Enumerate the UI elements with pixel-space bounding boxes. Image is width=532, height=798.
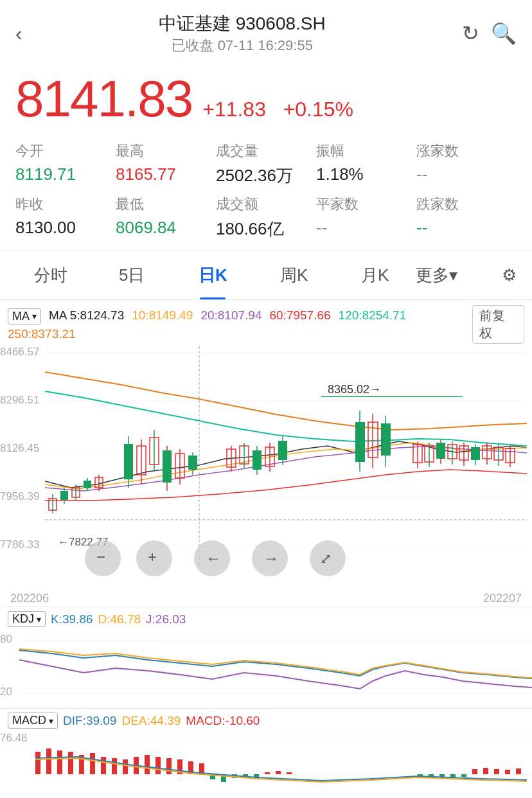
- svg-rect-82: [0, 631, 532, 708]
- svg-rect-103: [155, 757, 161, 774]
- header: ‹ 中证基建 930608.SH 已收盘 07-11 16:29:55 ↻ 🔍: [0, 0, 532, 62]
- macd-chart: 76.48 28.46: [0, 732, 532, 798]
- date-right: 202207: [483, 592, 522, 605]
- svg-rect-102: [145, 755, 150, 774]
- tab-more[interactable]: 更多▾: [416, 251, 497, 299]
- tab-yuek[interactable]: 月K: [335, 251, 416, 299]
- kdj-section: KDJ ▾ K:39.86 D:46.78 J:26.03 80 20: [0, 607, 532, 708]
- svg-rect-59: [436, 443, 445, 459]
- stat-zuigao: 最高 8165.77: [116, 141, 216, 187]
- svg-rect-99: [112, 758, 117, 774]
- tab-fenshi[interactable]: 分时: [10, 251, 91, 299]
- date-left: 202206: [10, 592, 49, 605]
- svg-rect-92: [35, 752, 40, 774]
- svg-rect-49: [355, 422, 365, 462]
- header-center: 中证基建 930608.SH 已收盘 07-11 16:29:55: [159, 12, 326, 55]
- stats-grid: 今开 8119.71 最高 8165.77 成交量 2502.36万 振幅 1.…: [0, 131, 532, 251]
- macd-badge[interactable]: MACD ▾: [8, 713, 58, 729]
- stat-jinkkai: 今开 8119.71: [15, 141, 116, 187]
- svg-text:8126.45: 8126.45: [0, 442, 39, 454]
- tab-zhouk[interactable]: 周K: [254, 251, 335, 299]
- stat-pingjashu: 平家数 --: [316, 195, 416, 240]
- svg-rect-114: [276, 771, 281, 774]
- macd-dea-value: DEA:44.39: [121, 714, 181, 728]
- svg-rect-97: [90, 753, 95, 774]
- stat-zhangjashu: 涨家数 --: [416, 141, 517, 187]
- svg-rect-19: [60, 491, 68, 500]
- svg-rect-43: [253, 450, 262, 470]
- stat-chengjiaoe: 成交额 180.66亿: [216, 195, 316, 240]
- kdj-header: KDJ ▾ K:39.86 D:46.78 J:26.03: [0, 607, 532, 631]
- kdj-k-value: K:39.86: [51, 612, 93, 626]
- chart-dates: 202206 202207: [0, 590, 532, 607]
- ma5: MA 5:8124.73: [49, 308, 124, 324]
- svg-rect-47: [278, 441, 287, 460]
- stat-chengjiaoliang: 成交量 2502.36万: [216, 141, 316, 187]
- kdj-j-value: J:26.03: [146, 612, 186, 626]
- fuquan-button[interactable]: 前复权: [472, 305, 524, 344]
- svg-text:20: 20: [0, 686, 12, 698]
- svg-text:−: −: [96, 548, 105, 565]
- ma120: 120:8254.71: [339, 308, 407, 324]
- svg-rect-113: [265, 772, 270, 774]
- stat-zuoshou: 昨收 8130.00: [15, 195, 116, 240]
- svg-rect-27: [124, 444, 133, 479]
- svg-text:8296.51: 8296.51: [0, 394, 39, 406]
- kdj-d-value: D:46.78: [98, 612, 141, 626]
- svg-text:→: →: [263, 549, 279, 567]
- svg-rect-23: [84, 481, 91, 488]
- svg-rect-53: [381, 423, 391, 456]
- svg-rect-98: [101, 757, 106, 774]
- ma-values: MA ▾ MA 5:8124.73 10:8149.49 20:8107.94 …: [8, 308, 472, 341]
- svg-rect-122: [483, 768, 488, 774]
- svg-rect-115: [287, 772, 292, 774]
- search-button[interactable]: 🔍: [491, 21, 517, 46]
- settings-button[interactable]: ⚙: [497, 259, 522, 292]
- stat-diejiashu: 跌家数 --: [416, 195, 517, 240]
- svg-text:+: +: [148, 548, 157, 565]
- svg-text:⤢: ⤢: [320, 551, 332, 567]
- tab-rik[interactable]: 日K: [172, 251, 253, 299]
- svg-rect-33: [163, 450, 172, 483]
- svg-rect-124: [505, 770, 510, 774]
- svg-text:8365.02→: 8365.02→: [328, 383, 381, 396]
- ma60: 60:7957.66: [269, 308, 330, 324]
- stat-zhenfu: 振幅 1.18%: [316, 141, 416, 187]
- svg-rect-94: [57, 750, 62, 774]
- back-button[interactable]: ‹: [15, 22, 22, 46]
- svg-text:←: ←: [206, 549, 221, 567]
- ma10: 10:8149.49: [132, 308, 193, 324]
- svg-rect-65: [471, 447, 480, 460]
- svg-text:7956.39: 7956.39: [0, 490, 39, 502]
- svg-rect-37: [188, 456, 197, 470]
- price-change: +11.83 +0.15%: [202, 98, 353, 121]
- ma20: 20:8107.94: [200, 308, 262, 324]
- macd-section: MACD ▾ DIF:39.09 DEA:44.39 MACD:-10.60 7…: [0, 708, 532, 798]
- svg-text:7786.33: 7786.33: [0, 538, 39, 551]
- ma-badge[interactable]: MA ▾: [8, 308, 41, 324]
- svg-rect-93: [46, 749, 51, 774]
- refresh-button[interactable]: ↻: [462, 21, 479, 46]
- kdj-chart: 80 20: [0, 631, 532, 708]
- svg-rect-123: [494, 769, 499, 774]
- stock-title: 中证基建 930608.SH: [159, 12, 326, 36]
- macd-header: MACD ▾ DIF:39.09 DEA:44.39 MACD:-10.60: [0, 709, 532, 732]
- price-value: 8141.83: [15, 69, 192, 129]
- candlestick-chart: 8466.57 8296.51 8126.45 7956.39 7786.33 …: [0, 346, 532, 590]
- svg-rect-121: [472, 769, 477, 774]
- svg-rect-125: [516, 768, 521, 774]
- tab-5ri[interactable]: 5日: [91, 251, 172, 299]
- svg-text:76.48: 76.48: [0, 732, 28, 744]
- macd-value: MACD:-10.60: [186, 714, 260, 728]
- svg-text:80: 80: [0, 633, 12, 645]
- main-chart-container: MA ▾ MA 5:8124.73 10:8149.49 20:8107.94 …: [0, 300, 532, 607]
- svg-rect-120: [461, 774, 466, 777]
- svg-rect-104: [166, 758, 172, 774]
- svg-rect-95: [68, 752, 73, 774]
- stat-zuidi: 最低 8069.84: [116, 195, 216, 240]
- svg-text:8466.57: 8466.57: [0, 346, 39, 358]
- chart-tabs: 分时 5日 日K 周K 月K 更多▾ ⚙: [0, 251, 532, 300]
- ma-header: MA ▾ MA 5:8124.73 10:8149.49 20:8107.94 …: [0, 300, 532, 346]
- kdj-badge[interactable]: KDJ ▾: [8, 611, 46, 627]
- macd-dif-value: DIF:39.09: [63, 714, 116, 728]
